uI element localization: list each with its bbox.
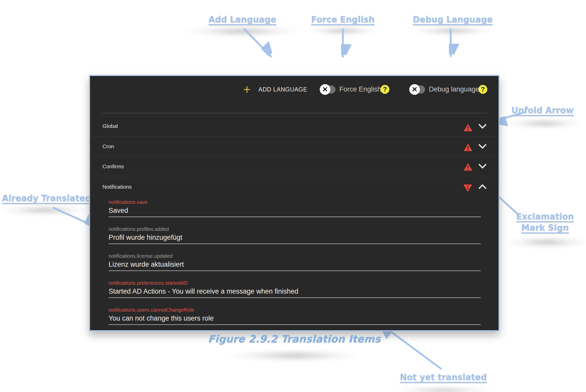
toggle-thumb-x-icon: ✕ [320,84,330,95]
translation-key: notifications.save [109,199,481,205]
callout-debug-language: Debug Language [413,14,493,25]
callout-unfold-arrow: Unfold Arrow [511,105,574,116]
figure-caption: Figure 2.9.2 Translation Items [89,333,500,345]
translation-key: notifications.users.cannotChangeRole [109,307,481,313]
callout-add-language: Add Language [209,14,276,25]
chevron-down-icon[interactable] [478,163,487,169]
group-row-notifications[interactable]: Notifications [90,176,499,196]
translation-value-input[interactable]: You can not change this users role [109,314,481,322]
add-language-button[interactable]: ADD LANGUAGE [242,83,307,96]
plus-icon [242,85,252,94]
translation-items: notifications.save Saved notifications.p… [109,196,481,330]
shadow-blob [505,236,586,248]
translation-item: notifications.users.cannotChangeRole You… [109,304,481,330]
group-label: Notifications [102,184,131,190]
translation-value-input[interactable]: Profil wurde hinzugefügt [109,234,481,241]
group-row-global[interactable]: Global [90,113,499,137]
debug-language-help-icon[interactable]: ? [478,85,487,94]
group-row-confirms[interactable]: Confirms [90,156,499,176]
translation-value-input[interactable]: Started AD Actions - You will receive a … [109,288,481,295]
translation-key: notifications.license.updated [109,253,481,259]
callout-force-english: Force English [311,14,375,25]
group-label: Confirms [102,163,124,170]
shadow-blob [0,205,89,216]
input-underline [109,324,481,325]
shadow-blob [506,118,582,129]
input-underline [109,217,481,217]
shadow-blob [228,350,361,362]
debug-language-toggle-label: Debug language [429,85,479,93]
group-row-cron[interactable]: Cron [90,136,499,156]
shadow-blob [395,386,492,392]
force-english-help-icon[interactable]: ? [380,85,389,94]
input-underline [109,297,481,298]
shadow-blob [184,25,301,37]
translation-item: notifications.license.updated Lizenz wur… [109,250,481,277]
callout-already-translated: Already Translated [2,193,91,204]
shadow-blob [412,26,493,36]
translation-key: notifications.preferences.startedAD [109,280,481,286]
force-english-toggle[interactable]: ✕ [320,84,336,95]
warning-icon [463,163,473,171]
input-underline [109,270,481,271]
force-english-toggle-label: Force English [339,85,381,93]
add-language-label: ADD LANGUAGE [258,86,307,93]
translation-value-input[interactable]: Lizenz wurde aktualisiert [109,261,481,268]
warning-icon [463,143,473,152]
translation-item: notifications.save Saved [109,196,481,223]
group-label: Global [102,123,118,129]
group-label: Cron [102,143,114,149]
translation-item: notifications.profiles.added Profil wurd… [109,223,481,250]
warning-inverted-icon [463,184,472,192]
translation-item: notifications.preferences.startedAD Star… [109,277,481,304]
chevron-down-icon[interactable] [478,124,487,129]
debug-language-toggle[interactable]: ✕ [409,84,426,95]
translation-value-input[interactable]: Saved [109,207,481,214]
warning-icon [463,124,473,132]
input-underline [109,244,481,244]
callout-exclamation-mark-sign: Exclamation Mark Sign [507,211,583,233]
callout-not-yet-translated: Not yet translated [400,372,487,383]
translation-panel: ADD LANGUAGE ✕ Force English ? ✕ Debug l… [89,75,500,331]
shadow-blob [307,26,378,36]
chevron-up-icon[interactable] [478,184,487,189]
chevron-down-icon[interactable] [478,144,487,149]
toggle-thumb-x-icon: ✕ [409,84,420,95]
translation-key: notifications.profiles.added [109,226,481,232]
